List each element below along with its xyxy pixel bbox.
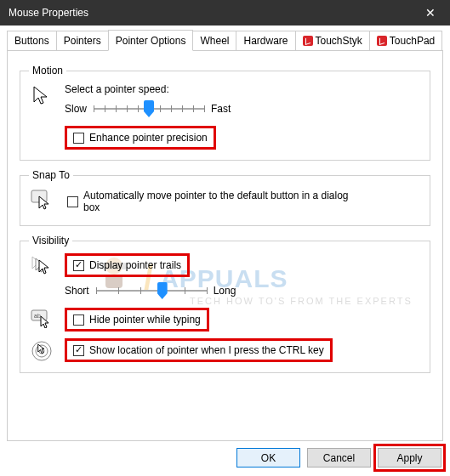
hide-pointer-checkbox[interactable] [73,314,84,326]
enhance-precision-checkbox[interactable] [73,133,84,144]
cancel-button[interactable]: Cancel [307,448,371,468]
tab-hardware[interactable]: Hardware [236,31,295,51]
pointer-trails-icon [29,253,54,275]
snapto-label: Automatically move pointer to the defaul… [83,190,364,213]
fast-label: Fast [211,103,231,115]
tab-pointer-options[interactable]: Pointer Options [108,30,194,51]
slow-label: Slow [65,103,87,115]
snapto-icon [29,188,54,210]
slider-thumb[interactable] [144,100,154,117]
tab-buttons[interactable]: Buttons [7,31,57,51]
ctrl-locate-icon [29,338,54,362]
group-snapto-legend: Snap To [29,169,73,181]
highlight-display-trails: Display pointer trails [65,253,190,277]
svg-text:ab: ab [34,313,41,319]
ctrl-locate-checkbox[interactable] [73,345,84,356]
display-trails-label: Display pointer trails [89,259,181,271]
group-motion: Motion Select a pointer speed: Slow Fast [20,65,430,161]
close-button[interactable]: ✕ [411,0,450,26]
snapto-checkbox[interactable] [67,196,78,207]
tab-strip: Buttons Pointers Pointer Options Wheel H… [0,26,450,50]
highlight-enhance-precision: Enhance pointer precision [65,126,216,150]
hide-pointer-label: Hide pointer while typing [89,314,201,326]
pointer-speed-slider[interactable] [94,99,204,119]
ctrl-locate-label: Show location of pointer when I press th… [89,344,324,356]
ok-button[interactable]: OK [236,448,300,468]
pointer-speed-icon [29,83,54,107]
titlebar: Mouse Properties ✕ [0,0,450,26]
short-label: Short [65,285,89,297]
tab-pointers[interactable]: Pointers [56,31,109,51]
long-label: Long [214,285,236,297]
trail-length-slider[interactable] [96,280,207,301]
apply-button[interactable]: Apply [378,448,441,468]
tab-touchpad[interactable]: TouchPad [369,31,442,51]
group-snapto: Snap To Automatically move pointer to th… [20,169,430,226]
tab-touchstyk[interactable]: TouchStyk [295,31,370,51]
slider-thumb[interactable] [157,282,168,299]
synaptics-icon [377,36,387,46]
highlight-hide-pointer: Hide pointer while typing [65,308,209,332]
pointer-speed-label: Select a pointer speed: [65,83,421,95]
synaptics-icon [303,36,313,46]
group-visibility-legend: Visibility [29,235,72,246]
dialog-buttons: OK Cancel Apply [236,448,441,468]
close-icon: ✕ [425,6,436,20]
group-motion-legend: Motion [29,65,66,76]
window-title: Mouse Properties [9,7,88,19]
tab-wheel[interactable]: Wheel [192,31,236,51]
enhance-precision-label: Enhance pointer precision [89,132,208,144]
highlight-ctrl-locate: Show location of pointer when I press th… [65,338,333,362]
tab-content: /APPUALS TECH HOW TO'S FROM THE EXPERTS … [7,50,443,441]
group-visibility: Visibility Display pointer trails Shor [20,235,430,373]
hide-pointer-icon: ab [29,308,54,328]
display-trails-checkbox[interactable] [73,260,84,271]
